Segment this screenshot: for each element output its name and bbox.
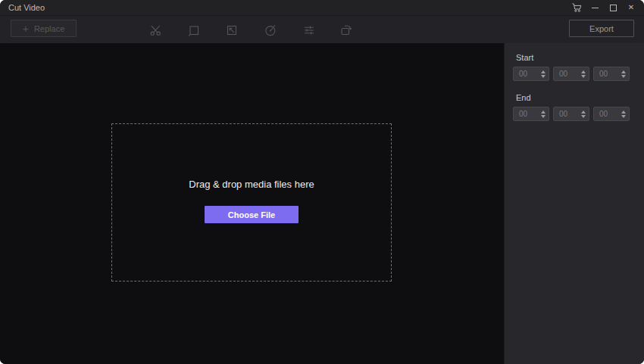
replace-button[interactable]: + Replace [11, 20, 77, 37]
minimize-button[interactable] [589, 2, 601, 14]
spinner-arrows[interactable] [541, 70, 546, 78]
adjust-tool-button[interactable] [302, 23, 316, 37]
spinner-up-icon[interactable] [581, 70, 586, 73]
export-button[interactable]: Export [569, 20, 634, 37]
spinner-arrows[interactable] [621, 70, 626, 78]
cut-tool-button[interactable] [149, 23, 163, 37]
spinner-up-icon[interactable] [581, 110, 586, 114]
rotate-tool-button[interactable] [339, 23, 353, 37]
spinner-down-icon[interactable] [581, 75, 586, 78]
spinner-value[interactable]: 00 [559, 110, 567, 118]
spinner-down-icon[interactable] [621, 115, 626, 118]
spinner-up-icon[interactable] [541, 70, 546, 73]
cart-icon [571, 2, 582, 13]
spinner-value[interactable]: 00 [559, 70, 567, 78]
resize-tool-button[interactable] [225, 23, 239, 37]
plus-icon: + [23, 23, 29, 34]
start-seconds-spinner[interactable]: 00 [593, 67, 630, 81]
end-label: End [516, 93, 531, 102]
spinner-up-icon[interactable] [621, 110, 626, 114]
window-controls: ✕ [571, 0, 637, 15]
trim-settings-panel: Start 00 00 00 [504, 43, 644, 364]
crop-icon [187, 23, 201, 37]
toolbar: + Replace [0, 15, 644, 43]
speed-icon [264, 23, 277, 37]
end-hours-spinner[interactable]: 00 [513, 107, 549, 121]
spinner-value[interactable]: 00 [599, 110, 608, 118]
spinner-up-icon[interactable] [541, 110, 546, 114]
end-minutes-spinner[interactable]: 00 [553, 107, 589, 121]
replace-button-label: Replace [34, 24, 64, 33]
rotate-icon [339, 23, 353, 37]
maximize-icon [610, 5, 617, 11]
preview-canvas: Drag & drop media files here Choose File [0, 43, 504, 364]
window-title: Cut Video [8, 3, 45, 12]
spinner-arrows[interactable] [621, 110, 626, 118]
scissors-icon [149, 23, 163, 37]
cut-video-window: Cut Video ✕ + Replace [0, 0, 644, 364]
spinner-value[interactable]: 00 [519, 110, 527, 118]
close-button[interactable]: ✕ [625, 2, 637, 14]
end-seconds-spinner[interactable]: 00 [593, 107, 630, 121]
spinner-down-icon[interactable] [621, 75, 626, 78]
cart-button[interactable] [571, 2, 583, 14]
spinner-arrows[interactable] [581, 70, 586, 78]
start-label: Start [516, 53, 533, 62]
minimize-icon [592, 8, 599, 8]
choose-file-button[interactable]: Choose File [205, 206, 299, 223]
end-time-row: 00 00 00 [513, 107, 630, 121]
dropzone-message: Drag & drop media files here [112, 179, 391, 190]
start-time-row: 00 00 00 [513, 67, 630, 81]
adjust-sliders-icon [302, 23, 316, 37]
titlebar[interactable]: Cut Video ✕ [0, 0, 644, 15]
start-minutes-spinner[interactable]: 00 [553, 67, 589, 81]
spinner-value[interactable]: 00 [599, 70, 608, 78]
spinner-up-icon[interactable] [621, 70, 626, 73]
start-hours-spinner[interactable]: 00 [513, 67, 549, 81]
spinner-down-icon[interactable] [581, 115, 586, 118]
crop-tool-button[interactable] [187, 23, 201, 37]
spinner-down-icon[interactable] [541, 75, 546, 78]
spinner-arrows[interactable] [541, 110, 546, 118]
spinner-value[interactable]: 00 [519, 70, 527, 78]
export-button-label: Export [589, 24, 614, 33]
spinner-arrows[interactable] [581, 110, 586, 118]
speed-tool-button[interactable] [264, 23, 277, 37]
close-icon: ✕ [628, 4, 634, 11]
spinner-down-icon[interactable] [541, 115, 546, 118]
maximize-button[interactable] [607, 2, 619, 14]
media-dropzone[interactable]: Drag & drop media files here Choose File [111, 123, 392, 282]
resize-icon [225, 23, 239, 37]
